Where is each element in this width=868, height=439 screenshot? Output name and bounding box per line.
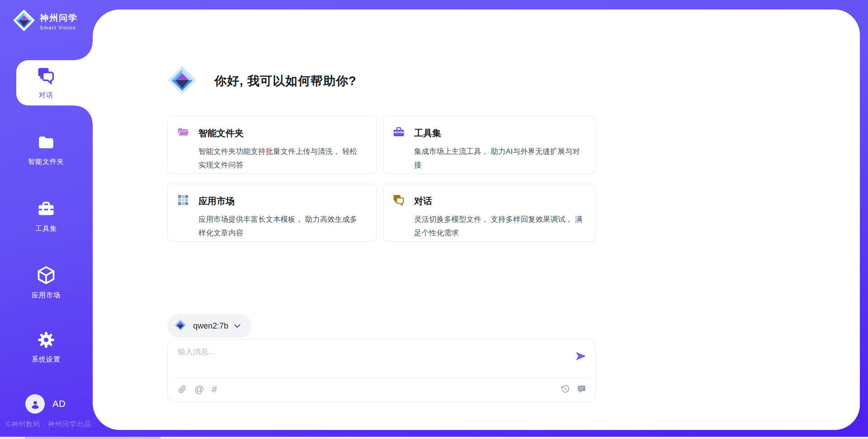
card-description: 智能文件夹功能支持批量文件上传与清洗， 轻松实现文件问答 (198, 144, 364, 172)
active-tab-flare-top (75, 42, 93, 60)
greeting-block: 你好, 我可以如何帮助你? (167, 65, 357, 97)
card-chat[interactable]: 对话 灵活切换多模型文件， 支持多样回复效果调试， 满足个性化需求 (383, 184, 596, 242)
chat-bubble-icon[interactable] (577, 384, 586, 394)
card-title: 工具集 (414, 127, 441, 139)
chevron-down-icon (234, 322, 241, 330)
model-selector[interactable]: qwen2:7b (167, 314, 251, 338)
mention-icon[interactable]: @ (194, 384, 204, 394)
sidebar-item-toolset[interactable]: 工具集 (5, 200, 87, 233)
message-composer: @ # (167, 339, 596, 402)
history-icon[interactable] (561, 384, 570, 394)
app-grid-icon (177, 194, 189, 208)
card-smart-folder[interactable]: 智能文件夹 智能文件夹功能支持批量文件上传与清洗， 轻松实现文件问答 (167, 116, 377, 174)
folder-open-icon (177, 126, 189, 140)
chat-bubbles-icon (392, 194, 405, 208)
sidebar-footer-text: ©神州数码 · 神州问学出品 (6, 420, 91, 429)
sidebar-item-label: 智能文件夹 (28, 157, 64, 166)
user-initials: AD (52, 399, 66, 409)
brand-name-en: Smart Vision (40, 25, 78, 30)
card-description: 灵活切换多模型文件， 支持多样回复效果调试， 满足个性化需求 (414, 212, 584, 239)
sidebar-item-label: 对话 (39, 91, 53, 100)
model-name: qwen2:7b (193, 321, 228, 331)
sidebar-item-label: 应用市场 (32, 291, 61, 300)
send-button[interactable] (575, 350, 586, 362)
brand-logo-block: 神州问学 Smart Vision (13, 9, 78, 33)
sidebar-item-label: 系统设置 (32, 355, 61, 364)
card-toolset[interactable]: 工具集 集成市场上主流工具， 助力AI与外界无缝扩展与对接 (383, 116, 596, 174)
card-description: 集成市场上主流工具， 助力AI与外界无缝扩展与对接 (414, 144, 584, 172)
gear-icon (37, 330, 56, 351)
model-gem-icon (174, 318, 187, 334)
brand-name-cn: 神州问学 (40, 12, 78, 24)
greeting-title: 你好, 我可以如何帮助你? (214, 73, 357, 89)
hashtag-icon[interactable]: # (212, 384, 217, 394)
active-tab-flare-bottom (75, 105, 93, 124)
scrollbar-thumb[interactable] (25, 437, 160, 439)
feature-cards: 智能文件夹 智能文件夹功能支持批量文件上传与清洗， 轻松实现文件问答 工具集 集… (167, 116, 596, 242)
toolbox-icon (392, 126, 405, 140)
sidebar-item-chat[interactable]: 对话 (5, 66, 87, 100)
folder-icon (37, 133, 56, 153)
chat-bubbles-icon (37, 66, 56, 87)
card-title: 应用市场 (198, 195, 235, 207)
brand-gem-icon (13, 9, 35, 33)
user-account[interactable]: AD (25, 394, 66, 414)
card-description: 应用市场提供丰富长文本模板， 助力高效生成多样化文章内容 (198, 212, 364, 239)
cube-icon (36, 265, 56, 287)
greeting-gem-icon (167, 65, 197, 97)
sidebar-item-label: 工具集 (35, 224, 57, 233)
sidebar-item-settings[interactable]: 系统设置 (5, 330, 87, 364)
attach-file-icon[interactable] (178, 385, 187, 394)
horizontal-scrollbar (0, 437, 868, 439)
card-app-market[interactable]: 应用市场 应用市场提供丰富长文本模板， 助力高效生成多样化文章内容 (167, 184, 377, 242)
composer-divider (175, 378, 588, 378)
toolbox-icon (37, 200, 56, 220)
card-title: 对话 (414, 195, 432, 207)
avatar (25, 394, 45, 414)
message-input[interactable] (178, 347, 566, 373)
card-title: 智能文件夹 (198, 127, 244, 139)
sidebar-item-app-market[interactable]: 应用市场 (5, 265, 87, 300)
sidebar-item-smart-folder[interactable]: 智能文件夹 (5, 133, 87, 166)
